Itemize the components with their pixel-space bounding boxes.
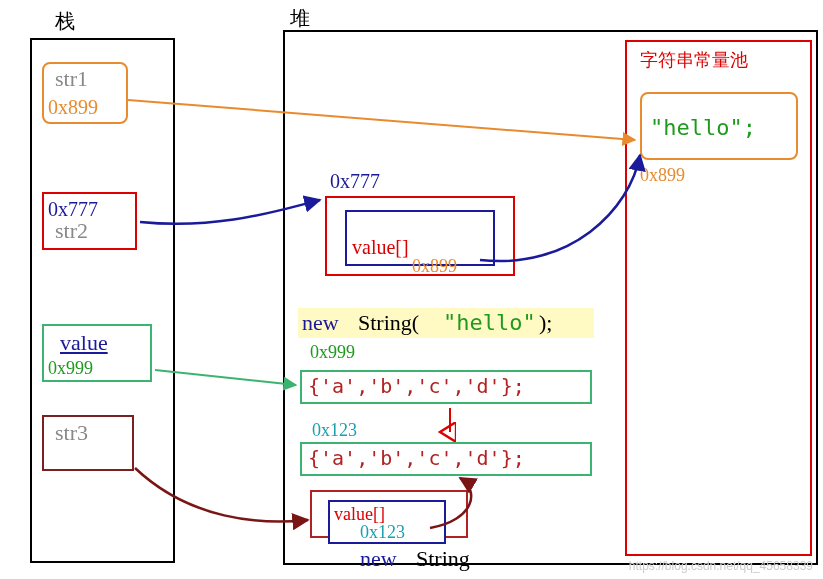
arr123-text: {'a','b','c','d'}; bbox=[308, 446, 525, 470]
str3-name: str3 bbox=[55, 420, 88, 446]
hello-addr: 0x899 bbox=[640, 165, 685, 186]
obj777-addr: 0x777 bbox=[330, 170, 380, 193]
string-close: ); bbox=[539, 310, 552, 336]
arr999-text: {'a','b','c','d'}; bbox=[308, 374, 525, 398]
stack-title: 栈 bbox=[55, 8, 75, 35]
heap-title: 堆 bbox=[290, 5, 310, 32]
diagram-root: 栈 堆 字符串常量池 str1 0x899 0x777 str2 value 0… bbox=[0, 0, 823, 579]
arr999-addr: 0x999 bbox=[310, 342, 355, 363]
str1-name: str1 bbox=[55, 66, 88, 92]
string-pool-title: 字符串常量池 bbox=[640, 48, 748, 72]
str1-addr: 0x899 bbox=[48, 96, 98, 119]
watermark: https://blog.csdn.net/qq_45658339 bbox=[629, 559, 813, 573]
value-name: value bbox=[60, 330, 108, 356]
obj777-field: value[] bbox=[352, 236, 409, 259]
string-arg: "hello" bbox=[443, 310, 536, 335]
value-addr: 0x999 bbox=[48, 358, 93, 379]
string-class-2: String bbox=[416, 546, 470, 572]
obj123-field-addr: 0x123 bbox=[360, 522, 405, 543]
arr123-addr: 0x123 bbox=[312, 420, 357, 441]
str2-name: str2 bbox=[55, 218, 88, 244]
string-class-1: String( bbox=[358, 310, 419, 336]
hello-text: "hello"; bbox=[650, 115, 756, 140]
obj777-field-addr: 0x899 bbox=[412, 256, 457, 277]
new-keyword-1: new bbox=[302, 310, 344, 336]
arrow-value-to-arr999 bbox=[155, 370, 296, 385]
new-keyword-2: new bbox=[360, 546, 402, 572]
